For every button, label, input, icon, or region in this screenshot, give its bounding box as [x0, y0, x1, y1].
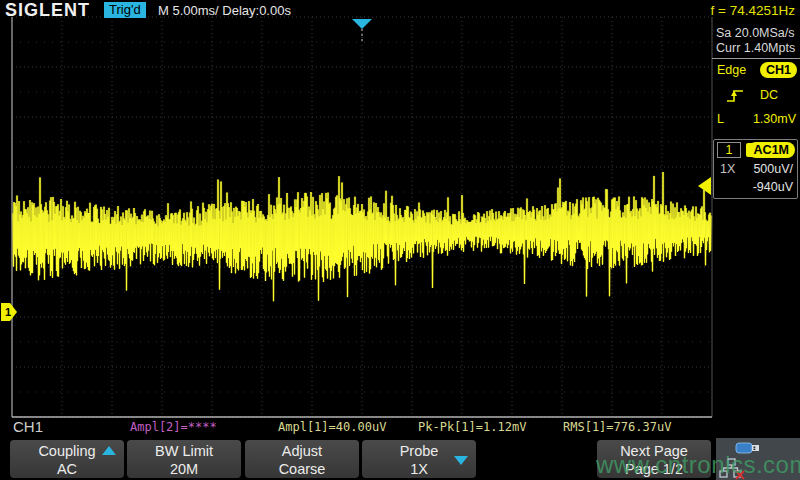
menu-button-value: 20M — [127, 460, 241, 478]
svg-text:1: 1 — [5, 306, 11, 318]
scope-display: 1 — [0, 0, 800, 480]
volts-per-div-readout: 500uV/ — [753, 162, 793, 176]
menu-button-probe[interactable]: Probe 1X — [362, 440, 476, 478]
sidebar-divider — [712, 58, 800, 59]
menu-button-empty — [480, 440, 594, 478]
down-arrow-icon — [454, 456, 468, 465]
usb-device-icon — [734, 440, 764, 457]
trigger-status-badge: Trig'd — [104, 2, 146, 18]
measurement-pkpk: Pk-Pk[1]=1.12mV — [418, 420, 526, 434]
trigger-level-label: L — [717, 112, 724, 126]
menu-button-value: Coarse — [245, 460, 359, 478]
channel1-info-box: 1 B AC1M 1X 500uV/ -940uV — [713, 139, 798, 199]
menu-button-bw-limit[interactable]: BW Limit 20M — [127, 440, 241, 478]
menu-button-value: AC — [10, 460, 124, 478]
measurement-ampl2: Ampl[2]=**** — [130, 420, 217, 434]
rising-edge-icon — [724, 87, 746, 104]
frequency-counter: f = 74.4251Hz — [711, 3, 795, 18]
channel1-position-marker: 1 — [1, 303, 17, 321]
sample-rate-readout: Sa 20.0MSa/s — [716, 26, 795, 40]
channel-coupling-badge: AC1M — [748, 142, 795, 158]
channel-offset-readout: -940uV — [753, 180, 793, 194]
menu-button-title: Adjust — [245, 442, 359, 460]
menu-button-title: BW Limit — [127, 442, 241, 460]
probe-attenuation-readout: 1X — [720, 162, 735, 176]
lan-disconnected-icon — [718, 458, 748, 480]
status-panel — [716, 438, 800, 480]
menu-button-adjust[interactable]: Adjust Coarse — [245, 440, 359, 478]
measurement-ampl1: Ampl[1]=40.00uV — [278, 420, 386, 434]
channel-number-box: 1 — [717, 142, 741, 158]
oscilloscope-screen: 1 SIGLENT Trig'd M 5.00ms/ Delay:0.00s f… — [0, 0, 800, 480]
trigger-coupling-readout: DC — [760, 88, 778, 102]
siglent-logo: SIGLENT — [5, 0, 90, 21]
menu-button-title: Next Page — [597, 442, 711, 460]
up-arrow-icon — [102, 446, 116, 455]
measurement-rms: RMS[1]=776.37uV — [563, 420, 671, 434]
menu-button-next-page[interactable]: Next Page Page 1/2 — [597, 440, 711, 478]
trigger-source-badge: CH1 — [760, 62, 797, 78]
memory-depth-readout: Curr 1.40Mpts — [716, 41, 795, 55]
trigger-level-readout: 1.30mV — [753, 112, 796, 126]
trigger-type-label: Edge — [717, 63, 746, 77]
timebase-readout: M 5.00ms/ Delay:0.00s — [158, 3, 291, 18]
menu-button-value: Page 1/2 — [597, 460, 711, 478]
trigger-position-marker — [352, 19, 372, 29]
menu-button-coupling[interactable]: Coupling AC — [10, 440, 124, 478]
measure-channel-label: CH1 — [13, 418, 43, 435]
